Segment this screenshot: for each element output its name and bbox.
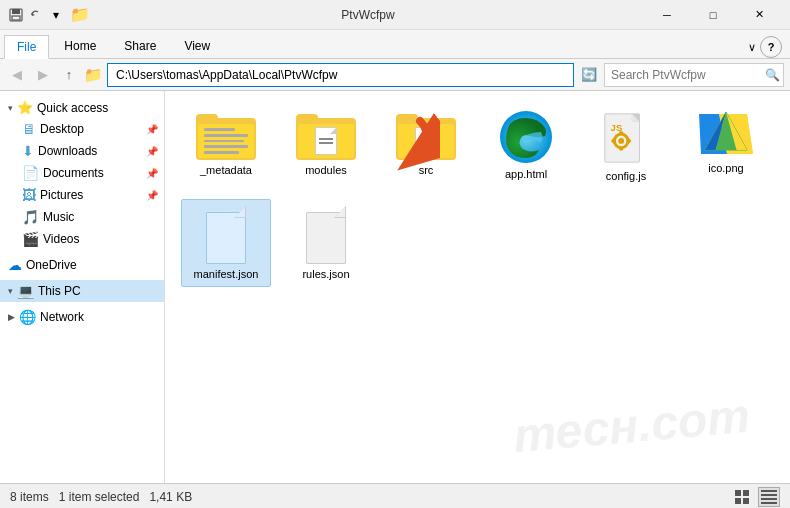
item-count: 8 items: [10, 490, 49, 504]
file-item-configjs[interactable]: JS config.js: [581, 103, 671, 189]
svg-point-9: [618, 138, 624, 144]
file-item-manifestjson[interactable]: manifest.json: [181, 199, 271, 287]
title-bar: ▾ 📁 PtvWcfpw ─ □ ✕: [0, 0, 790, 30]
search-icon[interactable]: 🔍: [761, 64, 783, 86]
music-label: Music: [43, 210, 74, 224]
tab-share[interactable]: Share: [111, 34, 169, 58]
status-bar: 8 items 1 item selected 1,41 KB: [0, 483, 790, 508]
file-item-metadata[interactable]: _metadata: [181, 103, 271, 189]
selected-count: 1 item selected: [59, 490, 140, 504]
network-icon: 🌐: [19, 309, 36, 325]
search-box: 🔍: [604, 63, 784, 87]
file-item-apphtml[interactable]: app.html: [481, 103, 571, 189]
downloads-label: Downloads: [38, 144, 97, 158]
onedrive-icon: ☁: [8, 257, 22, 273]
quick-access-header[interactable]: ▾ ⭐ Quick access: [0, 97, 164, 118]
configjs-label: config.js: [606, 170, 646, 182]
file-size: 1,41 KB: [149, 490, 192, 504]
sidebar-item-music[interactable]: 🎵 Music: [0, 206, 164, 228]
up-button[interactable]: ↑: [58, 64, 80, 86]
svg-rect-26: [735, 490, 741, 496]
drive-icon: [699, 110, 753, 158]
back-button[interactable]: ◀: [6, 64, 28, 86]
onedrive-label: OneDrive: [26, 258, 77, 272]
svg-rect-28: [735, 498, 741, 504]
ribbon-extra: ∨ ?: [744, 32, 786, 58]
tab-home[interactable]: Home: [51, 34, 109, 58]
quick-access-group: ▾ ⭐ Quick access 🖥 Desktop 📌 ⬇ Downloads…: [0, 97, 164, 250]
address-input[interactable]: [107, 63, 574, 87]
search-input[interactable]: [605, 68, 761, 82]
onedrive-group: ☁ OneDrive: [0, 254, 164, 276]
metadata-folder-icon: [196, 110, 256, 160]
sidebar-item-pictures[interactable]: 🖼 Pictures 📌: [0, 184, 164, 206]
collapse-icon-network: ▶: [8, 312, 15, 322]
undo-icon[interactable]: [28, 7, 44, 23]
network-group: ▶ 🌐 Network: [0, 306, 164, 328]
sidebar-item-documents[interactable]: 📄 Documents 📌: [0, 162, 164, 184]
quick-access-label: Quick access: [37, 101, 108, 115]
music-icon: 🎵: [22, 209, 39, 225]
sidebar: ▾ ⭐ Quick access 🖥 Desktop 📌 ⬇ Downloads…: [0, 91, 165, 483]
file-item-src[interactable]: src: [381, 103, 471, 189]
videos-icon: 🎬: [22, 231, 39, 247]
watermark: тесн.com: [511, 388, 752, 463]
ribbon: File Home Share View ∨ ?: [0, 30, 790, 59]
star-icon: ⭐: [17, 100, 33, 115]
ribbon-chevron[interactable]: ∨: [748, 41, 756, 54]
help-button[interactable]: ?: [760, 36, 782, 58]
refresh-button[interactable]: 🔄: [578, 64, 600, 86]
manifestjson-label: manifest.json: [194, 268, 259, 280]
forward-button[interactable]: ▶: [32, 64, 54, 86]
svg-rect-2: [12, 16, 20, 20]
network-item[interactable]: ▶ 🌐 Network: [0, 306, 164, 328]
view-controls: [732, 487, 780, 507]
dropdown-icon[interactable]: ▾: [48, 7, 64, 23]
svg-text:JS: JS: [611, 122, 623, 133]
sidebar-item-videos[interactable]: 🎬 Videos: [0, 228, 164, 250]
thispc-icon: 💻: [17, 283, 34, 299]
minimize-button[interactable]: ─: [644, 0, 690, 30]
src-folder-icon: [396, 110, 456, 160]
large-icons-view-button[interactable]: [732, 487, 754, 507]
tab-file[interactable]: File: [4, 35, 49, 59]
svg-rect-27: [743, 490, 749, 496]
videos-label: Videos: [43, 232, 79, 246]
documents-label: Documents: [43, 166, 104, 180]
desktop-folder-icon: 🖥: [22, 121, 36, 137]
tab-view[interactable]: View: [171, 34, 223, 58]
file-item-modules[interactable]: modules: [281, 103, 371, 189]
pin-icon-downloads: 📌: [146, 146, 158, 157]
svg-rect-1: [12, 9, 20, 14]
file-item-rulesjson[interactable]: rules.json: [281, 199, 371, 287]
svg-rect-29: [743, 498, 749, 504]
collapse-icon: ▾: [8, 103, 13, 113]
sidebar-item-desktop[interactable]: 🖥 Desktop 📌: [0, 118, 164, 140]
sidebar-item-downloads[interactable]: ⬇ Downloads 📌: [0, 140, 164, 162]
downloads-folder-icon: ⬇: [22, 143, 34, 159]
file-item-icopng[interactable]: ico.png: [681, 103, 771, 189]
address-folder-icon: 📁: [84, 66, 103, 84]
svg-rect-31: [761, 494, 777, 496]
modules-folder-icon: [296, 110, 356, 160]
documents-folder-icon: 📄: [22, 165, 39, 181]
metadata-label: _metadata: [200, 164, 252, 176]
modules-label: modules: [305, 164, 347, 176]
folder-title-icon: 📁: [72, 7, 88, 23]
desktop-label: Desktop: [40, 122, 84, 136]
content-area: тесн.com: [165, 91, 790, 483]
thispc-item[interactable]: ▾ 💻 This PC: [0, 280, 164, 302]
thispc-group: ▾ 💻 This PC: [0, 280, 164, 302]
window-title: PtvWcfpw: [92, 8, 644, 22]
src-label: src: [419, 164, 434, 176]
maximize-button[interactable]: □: [690, 0, 736, 30]
svg-rect-32: [761, 498, 777, 500]
ribbon-tabs: File Home Share View ∨ ?: [0, 30, 790, 58]
save-icon[interactable]: [8, 7, 24, 23]
pictures-label: Pictures: [40, 188, 83, 202]
config-icon: JS: [602, 110, 650, 166]
close-button[interactable]: ✕: [736, 0, 782, 30]
pin-icon-pictures: 📌: [146, 190, 158, 201]
details-view-button[interactable]: [758, 487, 780, 507]
onedrive-item[interactable]: ☁ OneDrive: [0, 254, 164, 276]
